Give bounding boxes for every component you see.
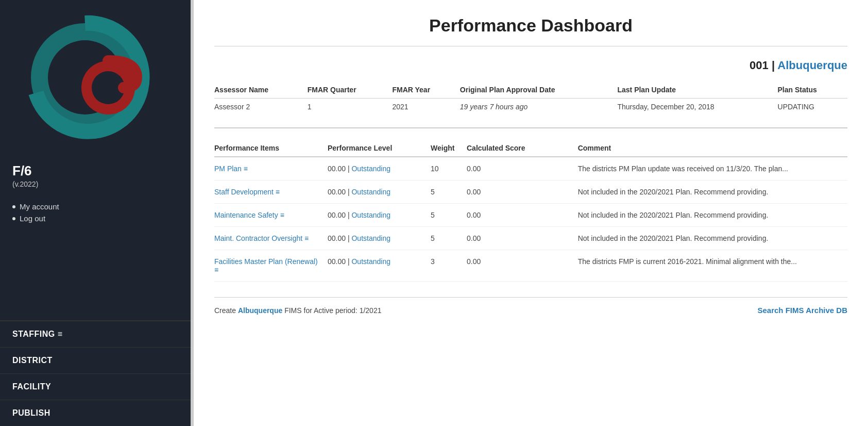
perf-comment-cell: Not included in the 2020/2021 Plan. Reco… [578, 204, 847, 227]
perf-col-level: Performance Level [328, 141, 431, 157]
perf-score-cell: 0.00 [467, 157, 578, 181]
user-menu: My account Log out [0, 192, 191, 233]
assessor-name-cell: Assessor 2 [214, 99, 308, 116]
sidebar: F/6 (v.2022) My account Log out STAFFING… [0, 0, 191, 426]
perf-col-score: Calculated Score [467, 141, 578, 157]
nav-menu: STAFFING ≡ DISTRICT FACILITY PUBLISH [0, 320, 191, 426]
nav-item-publish[interactable]: PUBLISH [0, 400, 191, 426]
fmar-quarter-cell: 1 [308, 99, 393, 116]
perf-level-cell: 00.00 | Outstanding [328, 181, 431, 204]
title-divider [214, 46, 847, 46]
perf-level-cell: 00.00 | Outstanding [328, 250, 431, 282]
footer-create-text: Create Albuquerque FIMS for Active perio… [214, 306, 381, 315]
perf-col-items: Performance Items [214, 141, 328, 157]
nav-item-district[interactable]: DISTRICT [0, 347, 191, 373]
footer-create-link[interactable]: Albuquerque [238, 306, 282, 315]
location-separator: | [772, 59, 777, 72]
nav-staffing-label: STAFFING ≡ [12, 330, 63, 339]
perf-comment-cell: The districts PM Plan update was receive… [578, 157, 847, 181]
app-title-area: F/6 (v.2022) [0, 155, 191, 190]
location-header: 001 | Albuquerque [214, 59, 847, 72]
app-version: (v.2022) [12, 180, 178, 188]
fmar-year-cell: 2021 [392, 99, 459, 116]
location-name: Albuquerque [777, 59, 847, 72]
logo-icon [28, 10, 162, 144]
col-assessor-name: Assessor Name [214, 83, 308, 99]
perf-item-cell[interactable]: Staff Development ≡ [214, 181, 328, 204]
col-fmar-year: FMAR Year [392, 83, 459, 99]
assessment-row: Assessor 2 1 2021 19 years 7 hours ago T… [214, 99, 847, 116]
log-out-label: Log out [20, 214, 45, 223]
performance-row: Facilities Master Plan (Renewal) ≡00.00 … [214, 250, 847, 282]
performance-row: PM Plan ≡00.00 | Outstanding100.00The di… [214, 157, 847, 181]
performance-row: Maint. Contractor Oversight ≡00.00 | Out… [214, 227, 847, 250]
perf-weight-cell: 5 [431, 227, 467, 250]
original-plan-cell: 19 years 7 hours ago [460, 99, 618, 116]
col-fmar-quarter: FMAR Quarter [308, 83, 393, 99]
perf-item-cell[interactable]: Maintenance Safety ≡ [214, 204, 328, 227]
perf-comment-cell: Not included in the 2020/2021 Plan. Reco… [578, 181, 847, 204]
last-update-cell: Thursday, December 20, 2018 [617, 99, 777, 116]
perf-score-cell: 0.00 [467, 204, 578, 227]
assessment-table: Assessor Name FMAR Quarter FMAR Year Ori… [214, 83, 847, 115]
col-plan-status: Plan Status [778, 83, 847, 99]
nav-facility-label: FACILITY [12, 382, 51, 391]
nav-district-label: DISTRICT [12, 356, 53, 365]
bullet-icon [12, 205, 15, 208]
main-content: Performance Dashboard 001 | Albuquerque … [194, 0, 868, 426]
nav-publish-label: PUBLISH [12, 408, 50, 418]
perf-level-cell: 00.00 | Outstanding [328, 157, 431, 181]
perf-score-cell: 0.00 [467, 250, 578, 282]
perf-comment-cell: The districts FMP is current 2016-2021. … [578, 250, 847, 282]
perf-weight-cell: 10 [431, 157, 467, 181]
plan-status-cell: UPDATING [778, 99, 847, 116]
footer-create-prefix: Create [214, 306, 238, 315]
perf-weight-cell: 5 [431, 181, 467, 204]
bullet-icon [12, 217, 15, 220]
log-out-link[interactable]: Log out [12, 212, 178, 224]
footer-bar: Create Albuquerque FIMS for Active perio… [214, 297, 847, 315]
section-divider [214, 127, 847, 128]
perf-item-cell[interactable]: PM Plan ≡ [214, 157, 328, 181]
my-account-link[interactable]: My account [12, 201, 178, 212]
app-title: F/6 [12, 163, 178, 179]
location-code: 001 [750, 59, 769, 72]
performance-row: Maintenance Safety ≡00.00 | Outstanding5… [214, 204, 847, 227]
col-last-update: Last Plan Update [617, 83, 777, 99]
performance-row: Staff Development ≡00.00 | Outstanding50… [214, 181, 847, 204]
perf-item-cell[interactable]: Facilities Master Plan (Renewal) ≡ [214, 250, 328, 282]
performance-table: Performance Items Performance Level Weig… [214, 141, 847, 282]
my-account-label: My account [20, 202, 59, 211]
col-original-plan: Original Plan Approval Date [460, 83, 618, 99]
perf-score-cell: 0.00 [467, 227, 578, 250]
perf-score-cell: 0.00 [467, 181, 578, 204]
nav-item-staffing[interactable]: STAFFING ≡ [0, 321, 191, 347]
perf-level-cell: 00.00 | Outstanding [328, 227, 431, 250]
page-title: Performance Dashboard [214, 15, 847, 36]
footer-search-button[interactable]: Search FIMS Archive DB [758, 306, 848, 315]
footer-create-suffix: FIMS for Active period: 1/2021 [282, 306, 381, 315]
perf-level-cell: 00.00 | Outstanding [328, 204, 431, 227]
logo-area [0, 0, 191, 155]
perf-col-comment: Comment [578, 141, 847, 157]
perf-comment-cell: Not included in the 2020/2021 Plan. Reco… [578, 227, 847, 250]
nav-item-facility[interactable]: FACILITY [0, 373, 191, 400]
perf-item-cell[interactable]: Maint. Contractor Oversight ≡ [214, 227, 328, 250]
perf-weight-cell: 5 [431, 204, 467, 227]
perf-weight-cell: 3 [431, 250, 467, 282]
perf-col-weight: Weight [431, 141, 467, 157]
